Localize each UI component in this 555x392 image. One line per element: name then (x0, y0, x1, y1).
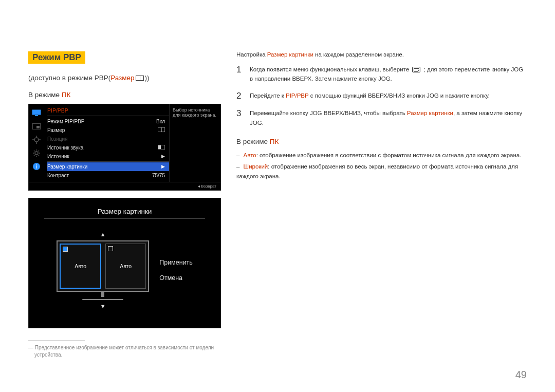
target-icon (31, 134, 42, 145)
intro-suffix: на каждом разделенном экране. (313, 51, 404, 58)
step3-red: Размер картинки (407, 110, 453, 116)
monitor-stand-icon (92, 292, 113, 300)
osd-contrast-value: 75/75 (152, 173, 165, 178)
svg-line-15 (39, 155, 40, 156)
osd-row-position: Позиция (47, 135, 169, 143)
preview-left-label: Авто (75, 263, 86, 269)
half-indicator-icon (63, 247, 68, 252)
osd-source-label: Источник (47, 154, 69, 159)
osd-header: PIP/PBP (47, 107, 169, 116)
apply-button[interactable]: Применить (159, 259, 193, 266)
osd-row-picsize[interactable]: Размер картинки ▶ (47, 162, 169, 171)
chevron-up-icon[interactable]: ▲ (100, 231, 106, 237)
osd-footer: ◂ Возврат (29, 182, 220, 190)
b1-dash: – (236, 152, 239, 158)
subtitle-red: Размер (110, 74, 134, 82)
osd-footer-label: Возврат (201, 184, 216, 189)
step-3: 3 Перемещайте кнопку JOG ВВЕРХ/ВНИЗ, что… (236, 108, 527, 127)
right-intro: Настройка Размер картинки на каждом разд… (236, 51, 527, 58)
step-number: 2 (236, 91, 244, 101)
step2-b: с помощью функций ВВЕРХ/ВНИЗ кнопки JOG … (309, 92, 490, 99)
osd-list: PIP/PBP Режим PIP/PBP Вкл Размер Позиция… (44, 104, 169, 182)
step-1: 1 Когда появится меню функциональных кла… (236, 65, 527, 84)
disclaimer-note: ― Представленное изображение может отлич… (28, 344, 221, 359)
osd-row-mode[interactable]: Режим PIP/PBP Вкл (47, 117, 169, 126)
step2-a: Перейдите к (250, 92, 286, 99)
b2-red: Широкий (244, 163, 268, 170)
page-number: 49 (515, 369, 527, 381)
svg-line-17 (39, 151, 40, 152)
rmode-red: ПК (270, 138, 279, 145)
pip-icon (31, 121, 42, 132)
rmode-prefix: В режиме (236, 138, 270, 145)
osd-sound-label: Источник звука (47, 145, 83, 151)
b1-text: : отображение изображения в соответствии… (256, 152, 522, 158)
monitor-icon (31, 107, 42, 119)
osd-menu-panel: i PIP/PBP Режим PIP/PBP Вкл Размер Позиц… (28, 104, 221, 191)
svg-rect-0 (32, 110, 41, 115)
step-number: 3 (236, 108, 244, 127)
osd-row-sound[interactable]: Источник звука (47, 143, 169, 152)
sound-pos-icon (158, 145, 165, 151)
svg-point-4 (34, 138, 39, 142)
osd-row-contrast[interactable]: Контраст 75/75 (47, 171, 169, 180)
availability-subtitle: (доступно в режиме PBP(Размер)) (28, 74, 221, 82)
osd-position-label: Позиция (47, 136, 68, 142)
intro-prefix: Настройка (236, 51, 267, 58)
pbp-split-icon (136, 76, 144, 81)
step3-a: Перемещайте кнопку JOG ВВЕРХ/ВНИЗ, чтобы… (250, 110, 407, 116)
osd-icon-rail: i (29, 104, 44, 182)
mode-line-left: В режиме ПК (28, 91, 221, 99)
section-title: Режим PBP (28, 51, 85, 64)
intro-red: Размер картинки (267, 51, 313, 58)
chevron-right-icon: ▶ (161, 164, 165, 170)
osd-side-help: Выбор источника для каждого экрана. (169, 104, 220, 182)
bullet-auto: – Авто: отображение изображения в соотве… (236, 151, 527, 160)
note-line1: Представленное изображение может отличат… (35, 345, 214, 350)
b2-dash: – (236, 163, 239, 170)
osd-contrast-label: Контраст (47, 173, 69, 178)
svg-text:i: i (36, 163, 37, 170)
mode-prefix: В режиме (28, 91, 62, 99)
step2-red: PIP/PBP (286, 92, 309, 99)
subtitle-suffix: )) (145, 74, 150, 82)
svg-rect-3 (36, 126, 40, 128)
chevron-down-icon[interactable]: ▼ (100, 303, 106, 309)
b2-text: : отображение изображения во весь экран,… (236, 163, 518, 179)
osd-picsize-label: Размер картинки (47, 164, 87, 170)
svg-point-9 (35, 152, 38, 155)
step1-a: Когда появится меню функциональных клави… (250, 66, 411, 72)
mode-red: ПК (62, 91, 71, 99)
preview-right-half[interactable]: Авто (105, 244, 146, 289)
mode-line-right: В режиме ПК (236, 138, 527, 145)
preview-panel: Размер картинки ▲ Авто Авто (28, 198, 221, 328)
subtitle-prefix: (доступно в режиме PBP( (28, 74, 110, 82)
svg-line-16 (34, 155, 35, 156)
svg-rect-23 (158, 145, 161, 149)
preview-monitor: Авто Авто (57, 240, 149, 300)
bullet-wide: – Широкий: отображение изображения во ве… (236, 162, 527, 181)
preview-left-half[interactable]: Авто (60, 244, 101, 289)
half-indicator-icon (108, 246, 113, 251)
preview-title: Размер картинки (39, 208, 210, 215)
jog-menu-icon (412, 67, 420, 72)
step-2: 2 Перейдите к PIP/PBP с помощью функций … (236, 91, 527, 101)
osd-mode-value: Вкл (156, 119, 165, 124)
chevron-right-icon: ▶ (161, 154, 165, 159)
osd-row-source[interactable]: Источник ▶ (47, 152, 169, 162)
osd-mode-label: Режим PIP/PBP (47, 119, 85, 124)
svg-rect-1 (35, 115, 38, 116)
osd-size-label: Размер (47, 127, 65, 133)
cancel-button[interactable]: Отмена (159, 274, 193, 282)
info-icon: i (31, 161, 42, 172)
svg-line-14 (34, 151, 35, 152)
gear-icon (31, 147, 42, 159)
preview-right-label: Авто (120, 263, 132, 269)
osd-row-size[interactable]: Размер (47, 126, 169, 135)
b1-red: Авто (244, 152, 256, 158)
note-line2: устройства. (34, 352, 62, 358)
pbp-small-icon (158, 127, 165, 133)
step-number: 1 (236, 65, 244, 84)
